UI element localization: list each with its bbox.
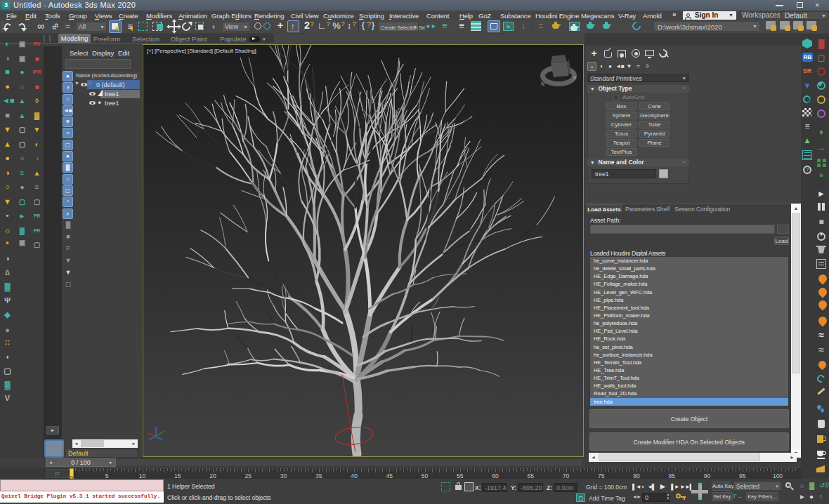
svg-text:N: N	[541, 81, 544, 86]
svg-text:E: E	[573, 75, 577, 80]
